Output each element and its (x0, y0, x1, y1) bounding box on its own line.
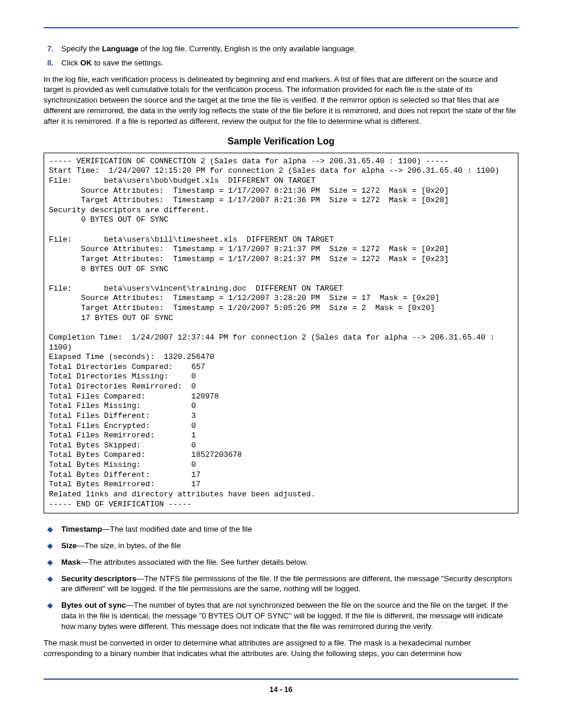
bullet-body: Timestamp—The last modified date and tim… (61, 524, 518, 535)
diamond-icon: ◆ (44, 541, 61, 551)
bullet-body: Size—The size, in bytes, of the file (61, 541, 518, 551)
diamond-icon: ◆ (44, 524, 61, 535)
numbered-steps: 7. Specify the Language of the log file.… (44, 44, 518, 68)
page-container: 7. Specify the Language of the log file.… (0, 0, 562, 711)
bullet-body: Bytes out of sync—The number of bytes th… (61, 600, 518, 631)
bullet-item: ◆ Bytes out of sync—The number of bytes … (44, 600, 518, 631)
bullet-item: ◆ Size—The size, in bytes, of the file (44, 541, 518, 551)
closing-paragraph: The mask must be converted in order to d… (44, 638, 518, 659)
diamond-icon: ◆ (44, 557, 61, 568)
intro-paragraph: In the log file, each verification proce… (44, 74, 518, 127)
verification-log: ----- VERIFICATION OF CONNECTION 2 (Sale… (44, 153, 518, 514)
definition-bullets: ◆ Timestamp—The last modified date and t… (44, 524, 518, 632)
bullet-body: Security descriptors—The NTFS file permi… (61, 574, 518, 595)
bullet-item: ◆ Timestamp—The last modified date and t… (44, 524, 518, 535)
step-item: 8. Click OK to save the settings. (44, 58, 518, 68)
step-number: 7. (44, 44, 61, 54)
diamond-icon: ◆ (44, 600, 61, 631)
top-border-rule (44, 27, 518, 28)
diamond-icon: ◆ (44, 574, 61, 595)
page-number: 14 - 16 (44, 680, 518, 711)
step-number: 8. (44, 58, 61, 68)
bullet-item: ◆ Security descriptors—The NTFS file per… (44, 574, 518, 595)
step-item: 7. Specify the Language of the log file.… (44, 44, 518, 54)
bullet-item: ◆ Mask—The attributes associated with th… (44, 557, 518, 568)
step-body: Click OK to save the settings. (61, 58, 518, 68)
step-body: Specify the Language of the log file. Cu… (61, 44, 518, 54)
section-title: Sample Verification Log (44, 136, 518, 147)
bullet-body: Mask—The attributes associated with the … (61, 557, 518, 568)
